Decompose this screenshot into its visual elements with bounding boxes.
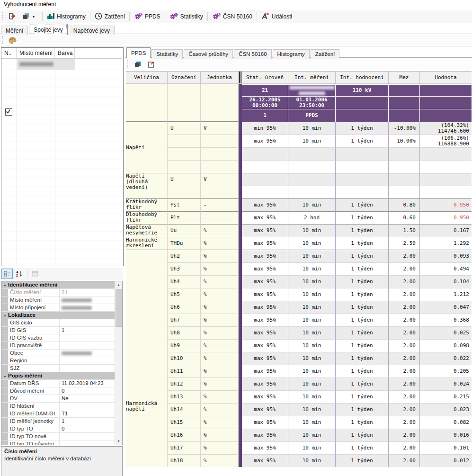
redacted-text xyxy=(62,306,92,310)
list-gridline xyxy=(75,59,75,266)
purple-separator-bar xyxy=(239,186,242,198)
scroll-down-arrow[interactable]: ▼ xyxy=(115,438,122,445)
property-value[interactable] xyxy=(60,440,122,445)
property-value[interactable] xyxy=(60,403,122,410)
toolbar-button-windows-icon[interactable]: ▾ xyxy=(19,11,37,22)
tab-zatížení[interactable]: Zatížení xyxy=(311,49,340,59)
tab-statistiky[interactable]: Statistiky xyxy=(151,49,183,59)
scroll-up-arrow[interactable]: ▲ xyxy=(115,281,122,288)
property-category[interactable]: ⌄Identifikace měření xyxy=(1,281,122,289)
property-row[interactable]: Důvod měření0 xyxy=(1,387,122,395)
table-row: Uh9%max 95%10 min1 týden2.000.098 xyxy=(126,339,472,352)
property-row[interactable]: ID typ TO původní xyxy=(1,440,122,445)
palette-toolbar-grip[interactable] xyxy=(1,36,4,45)
list-column-header-barva[interactable]: Barva xyxy=(55,48,75,59)
column-header[interactable]: Mez xyxy=(389,71,420,84)
property-row[interactable]: Region xyxy=(1,357,122,365)
categorized-view-button[interactable] xyxy=(1,269,13,279)
property-row[interactable]: ID hlášení xyxy=(1,403,122,410)
tab-časové-průběhy[interactable]: Časové průběhy xyxy=(184,49,233,59)
list-column-header-n-[interactable]: N.. xyxy=(1,48,17,59)
property-row[interactable]: ID GIS1 xyxy=(1,327,122,334)
property-value[interactable] xyxy=(60,350,122,357)
property-value[interactable]: 0 xyxy=(60,425,122,432)
limit-cell xyxy=(389,147,420,160)
list-header-filler xyxy=(75,48,122,59)
property-value[interactable] xyxy=(60,296,122,304)
column-header[interactable]: Označení xyxy=(168,71,201,84)
interval-measure-cell: 10 min xyxy=(288,441,336,454)
property-row[interactable]: Obec xyxy=(1,350,122,357)
interval-eval-cell: 1 týden xyxy=(336,237,389,250)
palette-icon[interactable] xyxy=(9,37,17,44)
property-value[interactable] xyxy=(60,357,122,364)
property-row[interactable]: SJZ xyxy=(1,365,122,372)
stat-level-cell: max 95% xyxy=(242,275,288,288)
property-value[interactable]: T1 xyxy=(60,410,122,417)
tab-spojité-jevy[interactable]: Spojité jevy xyxy=(29,24,67,35)
property-row[interactable]: ID typ TO nové xyxy=(1,433,122,440)
stat-level-cell: max 95% xyxy=(242,237,288,250)
toolbar-button-exit-icon[interactable] xyxy=(6,11,19,22)
property-value[interactable]: Ne xyxy=(60,395,122,402)
tab-histogramy[interactable]: Histogramy xyxy=(273,49,310,59)
result-toolbar-grip[interactable] xyxy=(127,60,129,69)
copy-button[interactable] xyxy=(131,60,144,69)
value-cell: 0.950 xyxy=(420,198,472,211)
property-row[interactable]: Místo připojení xyxy=(1,304,122,312)
column-header[interactable]: Veličina xyxy=(126,71,168,84)
column-header[interactable]: Hodnota xyxy=(420,71,472,84)
toolbar-grip[interactable] xyxy=(1,12,4,21)
property-grid-scrollbar[interactable]: ▲ ▼ xyxy=(115,281,122,445)
column-header[interactable]: Int. hodnocení xyxy=(336,71,389,84)
property-value[interactable]: 1 xyxy=(60,327,122,334)
limit-cell: 2.00 xyxy=(389,275,420,288)
property-value[interactable] xyxy=(60,433,122,440)
property-row[interactable]: ID pracoviště xyxy=(1,342,122,350)
tab-ppds[interactable]: PPDS xyxy=(126,47,151,58)
alphabetical-sort-button[interactable]: A Z xyxy=(14,269,25,279)
property-value[interactable] xyxy=(60,334,122,341)
column-header[interactable]: Jednotka xyxy=(201,71,239,84)
property-row[interactable]: DVNe xyxy=(1,395,122,403)
meta-cell: 110 kV xyxy=(336,84,389,97)
property-row[interactable]: ID GIS vazba xyxy=(1,334,122,342)
property-row[interactable]: Datum DŘS11.02.2019 04:23 xyxy=(1,380,122,387)
property-value[interactable] xyxy=(60,342,122,349)
list-column-header-místo-měření[interactable]: Místo měření xyxy=(17,48,55,59)
property-value[interactable]: 11.02.2019 04:23 xyxy=(60,380,122,387)
toolbar-button-ud-losti[interactable]: Události xyxy=(258,11,295,22)
tab-čsn-50160[interactable]: ČSN 50160 xyxy=(234,49,271,59)
interval-measure-cell: 10 min xyxy=(288,250,336,262)
export-button[interactable] xyxy=(144,60,158,69)
toolbar-button--sn-50160[interactable]: ČSN 50160 xyxy=(209,11,255,22)
toolbar-separator xyxy=(165,12,165,21)
column-header[interactable]: Stat. úroveň xyxy=(242,71,288,84)
property-value[interactable]: 21 xyxy=(60,289,122,296)
property-row[interactable]: Místo měření xyxy=(1,296,122,304)
property-row[interactable]: ID měření DAM-GIT1 xyxy=(1,410,122,418)
property-value[interactable]: 1 xyxy=(60,418,122,425)
toolbar-button-statistiky[interactable]: Statistiky xyxy=(167,11,206,22)
property-pages-button[interactable] xyxy=(29,269,41,279)
property-label: GIS číslo xyxy=(8,319,60,326)
property-value[interactable]: 0 xyxy=(60,387,122,395)
property-category[interactable]: ⌄Lokalizace xyxy=(1,312,122,319)
toolbar-button-zat-en-[interactable]: Zatížení xyxy=(92,11,128,22)
property-value[interactable] xyxy=(60,304,122,311)
property-row[interactable]: Číslo měření21 xyxy=(1,289,122,296)
scrollbar-thumb[interactable] xyxy=(116,289,122,327)
redacted-text xyxy=(19,62,53,66)
property-row[interactable]: ID měřicí jednotky1 xyxy=(1,418,122,425)
property-row[interactable]: GIS číslo xyxy=(1,319,122,327)
property-description-panel: Číslo měření Identifikační číslo měření … xyxy=(1,446,123,476)
property-value[interactable] xyxy=(60,365,122,372)
property-category[interactable]: ⌄Popis měření xyxy=(1,372,122,380)
column-header[interactable]: Int. měření xyxy=(288,71,336,84)
unit-cell: % xyxy=(201,288,239,301)
toolbar-button-histogramy[interactable]: Histogramy xyxy=(44,11,89,22)
interval-eval-cell: 1 týden xyxy=(336,326,389,339)
property-value[interactable] xyxy=(60,319,122,326)
property-row[interactable]: ID typ TO0 xyxy=(1,425,122,433)
toolbar-button-ppds[interactable]: PPDS xyxy=(131,11,163,22)
